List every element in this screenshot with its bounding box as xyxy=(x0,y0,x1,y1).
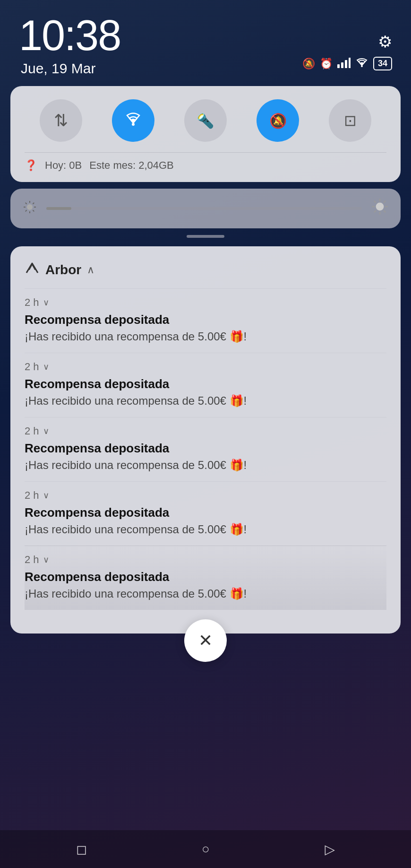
notification-time: 2 h xyxy=(25,361,39,373)
quick-buttons-row: ⇅ 🔦 🔕 ⊡ xyxy=(25,99,386,142)
notification-title: Recompensa depositada xyxy=(25,505,386,520)
notification-time-row: 2 h ∨ xyxy=(25,554,386,566)
notification-body: ¡Has recibido una recompensa de 5.00€ 🎁! xyxy=(25,394,386,408)
wifi-icon xyxy=(123,111,143,130)
bottom-nav-bar: ◻ ○ ◁ xyxy=(0,830,411,868)
svg-point-15 xyxy=(376,203,384,211)
wifi-button[interactable] xyxy=(112,99,154,142)
svg-point-6 xyxy=(27,204,33,210)
alarm-icon: ⏰ xyxy=(320,58,333,70)
notification-item[interactable]: 2 h ∨ Recompensa depositada ¡Has recibid… xyxy=(25,288,386,353)
status-bar: 10:38 Jue, 19 Mar ⚙ 🔕 ⏰ xyxy=(0,0,411,81)
notification-title: Recompensa depositada xyxy=(25,570,386,584)
notification-item[interactable]: 2 h ∨ Recompensa depositada ¡Has recibid… xyxy=(25,353,386,417)
svg-point-5 xyxy=(132,123,135,126)
mute-icon: 🔕 xyxy=(302,58,315,70)
svg-line-21 xyxy=(384,210,385,212)
sort-button[interactable]: ⇅ xyxy=(40,99,82,142)
sort-icon: ⇅ xyxy=(54,111,68,130)
brightness-low-icon xyxy=(23,200,37,217)
notification-body: ¡Has recibido una recompensa de 5.00€ 🎁! xyxy=(25,459,386,472)
notification-body: ¡Has recibido una recompensa de 5.00€ 🎁! xyxy=(25,587,386,600)
brightness-high-icon xyxy=(371,198,388,219)
brightness-slider[interactable] xyxy=(46,207,362,210)
svg-line-13 xyxy=(33,202,34,204)
notification-chevron[interactable]: ∨ xyxy=(43,555,49,565)
svg-line-11 xyxy=(26,202,27,204)
data-month: Este mes: 2,04GB xyxy=(89,159,174,172)
screenshot-button[interactable]: ⊡ xyxy=(329,99,371,142)
svg-rect-1 xyxy=(341,62,343,68)
clock: 10:38 xyxy=(19,14,120,57)
notification-chevron[interactable]: ∨ xyxy=(43,362,49,372)
notification-time: 2 h xyxy=(25,296,39,309)
brightness-fill xyxy=(46,207,71,210)
notification-title: Recompensa depositada xyxy=(25,312,386,327)
notification-body: ¡Has recibido una recompensa de 5.00€ 🎁! xyxy=(25,523,386,536)
svg-line-20 xyxy=(374,201,376,203)
notification-time-row: 2 h ∨ xyxy=(25,489,386,502)
back-button[interactable]: ◻ xyxy=(76,842,87,857)
notification-chevron[interactable]: ∨ xyxy=(43,490,49,501)
svg-line-22 xyxy=(384,201,385,203)
scroll-handle xyxy=(187,235,224,238)
torch-button[interactable]: 🔦 xyxy=(184,99,227,142)
dismiss-button[interactable]: ✕ xyxy=(184,619,227,662)
notification-item[interactable]: 2 h ∨ Recompensa depositada ¡Has recibid… xyxy=(25,546,386,610)
home-icon: ○ xyxy=(202,842,210,856)
notification-time: 2 h xyxy=(25,425,39,437)
notification-time-row: 2 h ∨ xyxy=(25,296,386,309)
settings-icon[interactable]: ⚙ xyxy=(378,32,392,51)
divider xyxy=(25,152,386,153)
data-today: Hoy: 0B xyxy=(45,159,82,172)
svg-line-12 xyxy=(33,210,34,211)
battery-indicator: 34 xyxy=(373,57,392,70)
silent-button[interactable]: 🔕 xyxy=(257,99,299,142)
torch-icon: 🔦 xyxy=(197,113,214,129)
collapse-icon[interactable]: ∧ xyxy=(87,264,94,276)
notification-chevron[interactable]: ∨ xyxy=(43,297,49,308)
notification-item[interactable]: 2 h ∨ Recompensa depositada ¡Has recibid… xyxy=(25,481,386,546)
notification-panel: Arbor ∧ 2 h ∨ Recompensa depositada ¡Has… xyxy=(10,246,401,634)
close-icon: ✕ xyxy=(198,631,213,651)
notification-item[interactable]: 2 h ∨ Recompensa depositada ¡Has recibid… xyxy=(25,417,386,481)
notification-header: Arbor ∧ xyxy=(25,260,386,279)
svg-rect-0 xyxy=(337,64,340,68)
notification-title: Recompensa depositada xyxy=(25,441,386,456)
status-icons: 🔕 ⏰ 34 xyxy=(302,57,392,70)
silent-icon: 🔕 xyxy=(269,113,287,129)
notification-time-row: 2 h ∨ xyxy=(25,361,386,373)
svg-line-14 xyxy=(26,210,27,211)
screenshot-icon: ⊡ xyxy=(344,112,357,130)
quick-settings-panel: ⇅ 🔦 🔕 ⊡ ❓ Hoy: 0B Este mes: 2,04GB xyxy=(10,86,401,182)
time-date-block: 10:38 Jue, 19 Mar xyxy=(19,14,120,77)
app-logo-icon xyxy=(25,260,40,279)
recents-icon: ◁ xyxy=(325,842,335,857)
signal-icon xyxy=(337,58,351,70)
recents-button[interactable]: ◁ xyxy=(325,842,335,857)
data-info: ❓ Hoy: 0B Este mes: 2,04GB xyxy=(25,159,386,172)
svg-rect-3 xyxy=(349,58,351,68)
notification-chevron[interactable]: ∨ xyxy=(43,426,49,436)
notification-title: Recompensa depositada xyxy=(25,377,386,391)
back-icon: ◻ xyxy=(76,842,87,857)
notification-time-row: 2 h ∨ xyxy=(25,425,386,437)
svg-point-4 xyxy=(361,65,363,67)
notification-time: 2 h xyxy=(25,489,39,502)
notification-body: ¡Has recibido una recompensa de 5.00€ 🎁! xyxy=(25,330,386,343)
svg-line-23 xyxy=(374,210,376,212)
notification-time: 2 h xyxy=(25,554,39,566)
data-icon: ❓ xyxy=(25,159,37,172)
app-name-label: Arbor xyxy=(45,262,81,278)
wifi-status-icon xyxy=(355,57,368,70)
date-label: Jue, 19 Mar xyxy=(19,61,120,77)
svg-rect-2 xyxy=(345,60,347,68)
brightness-panel xyxy=(10,189,401,228)
notification-list: 2 h ∨ Recompensa depositada ¡Has recibid… xyxy=(25,288,386,610)
home-button[interactable]: ○ xyxy=(202,842,210,857)
status-right: ⚙ 🔕 ⏰ 34 xyxy=(302,14,392,70)
